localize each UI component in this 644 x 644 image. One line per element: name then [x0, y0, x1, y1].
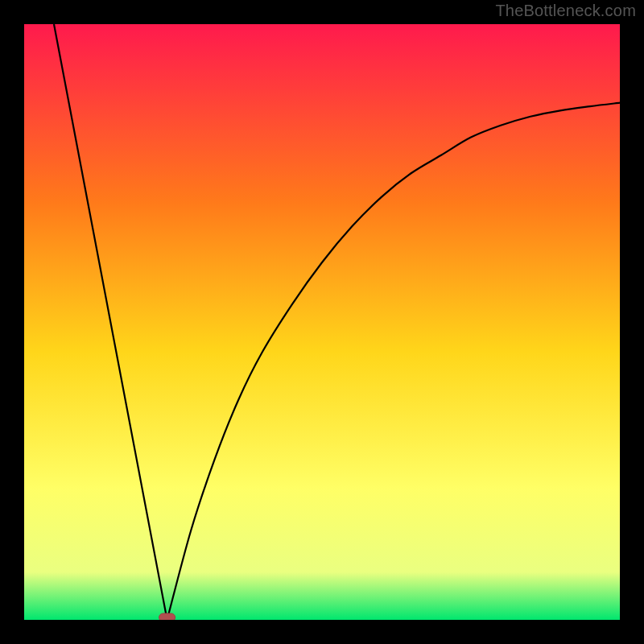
- chart-container: TheBottleneck.com: [0, 0, 644, 644]
- plot-area: [24, 24, 620, 620]
- chart-svg: [24, 24, 620, 620]
- minimum-marker: [159, 613, 175, 620]
- gradient-background: [24, 24, 620, 620]
- watermark-text: TheBottleneck.com: [495, 2, 636, 20]
